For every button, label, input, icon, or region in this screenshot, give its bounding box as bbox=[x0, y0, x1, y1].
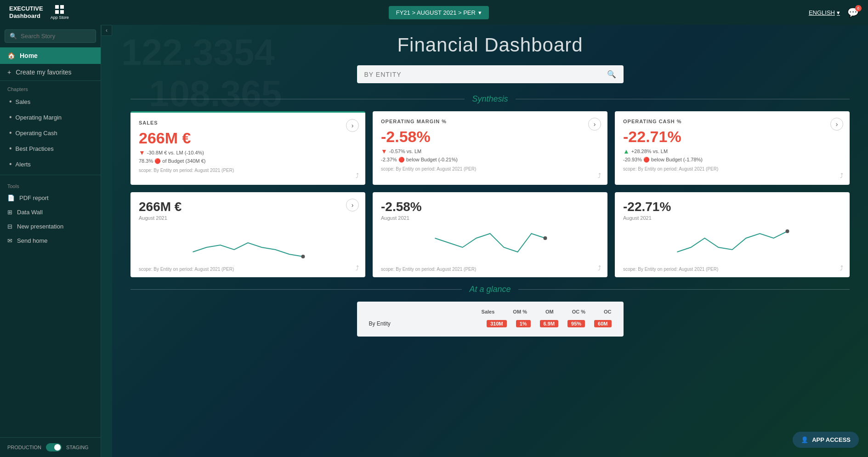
sidebar-item-operating-margin[interactable]: Operating Margin bbox=[0, 109, 101, 125]
card-share-button[interactable]: ⤴ bbox=[840, 172, 843, 179]
sidebar-item-label: Operating Margin bbox=[16, 114, 62, 121]
card-navigate-button[interactable]: › bbox=[830, 118, 843, 131]
language-selector[interactable]: ENGLISH ▾ bbox=[809, 9, 840, 16]
sidebar-divider bbox=[0, 175, 101, 175]
chart-navigate-button[interactable]: › bbox=[346, 199, 359, 211]
search-input[interactable] bbox=[21, 33, 91, 40]
environment-toggle[interactable] bbox=[46, 443, 62, 451]
synthesis-divider: Synthesis bbox=[130, 94, 850, 104]
chart-share-button[interactable]: ⤴ bbox=[598, 264, 601, 272]
chart-cards-row: 266M € August 2021 scope: By Entity on p… bbox=[130, 192, 850, 277]
logo-title: EXECUTIVE bbox=[9, 5, 43, 12]
entity-filter-input[interactable] bbox=[364, 71, 602, 78]
card-navigate-button[interactable]: › bbox=[588, 118, 601, 131]
card-sub1: ▲ +28.28% vs. LM bbox=[623, 148, 841, 155]
sidebar-footer: PRODUCTION STAGING bbox=[0, 437, 101, 457]
app-store-label: App Store bbox=[51, 15, 69, 20]
card-sub2: -20.93% 🔴 below Budget (-1.78%) bbox=[623, 157, 841, 163]
synthesis-label: Synthesis bbox=[472, 94, 508, 104]
tool-item-send-home[interactable]: ✉ Send home bbox=[0, 234, 101, 248]
card-scope: scope: By Entity on period: August 2021 … bbox=[381, 166, 599, 171]
card-label: SALES bbox=[139, 120, 357, 126]
toggle-thumb bbox=[54, 444, 61, 451]
tools-section-label: Tools bbox=[0, 178, 101, 191]
sidebar-item-alerts[interactable]: Alerts bbox=[0, 156, 101, 172]
card-value: -2.58% bbox=[381, 128, 599, 146]
main-content: Financial Dashboard 🔍 Synthesis SALES 26… bbox=[112, 25, 868, 357]
col-oc: OC bbox=[604, 309, 612, 314]
period-selector[interactable]: FY21 > AUGUST 2021 > PER ▾ bbox=[389, 6, 489, 19]
data-wall-icon: ⊞ bbox=[7, 209, 12, 216]
sidebar-item-sales[interactable]: Sales bbox=[0, 94, 101, 109]
app-store-button[interactable]: App Store bbox=[51, 5, 69, 20]
app-store-grid-icon bbox=[55, 5, 64, 14]
sales-sparkline bbox=[139, 224, 357, 261]
filter-bar: 🔍 bbox=[130, 65, 850, 83]
search-box[interactable]: 🔍 bbox=[5, 29, 96, 43]
sidebar-item-best-practices[interactable]: Best Practices bbox=[0, 141, 101, 156]
chart-share-button[interactable]: ⤴ bbox=[356, 264, 359, 272]
operating-cash-chart-card: -22.71% August 2021 scope: By Entity on … bbox=[615, 192, 850, 277]
sidebar-item-operating-cash[interactable]: Operating Cash bbox=[0, 125, 101, 141]
table-header: Sales OM % OM OC % OC bbox=[364, 309, 616, 314]
chevron-down-icon: ▾ bbox=[478, 9, 482, 16]
svg-point-0 bbox=[301, 255, 305, 258]
card-label: OPERATING CASH % bbox=[623, 119, 841, 124]
chart-value: 266M € bbox=[139, 200, 357, 214]
sidebar-item-create-favorites[interactable]: + Create my favorites bbox=[0, 64, 101, 81]
tool-label: Send home bbox=[17, 237, 48, 244]
kpi-cards-row: SALES 266M € ▼ -30.8M € vs. LM (-10.4%) … bbox=[130, 111, 850, 185]
arrow-down-icon: ▼ bbox=[139, 149, 145, 156]
notifications-button[interactable]: 💬 6 bbox=[847, 7, 859, 18]
app-access-button[interactable]: 👤 APP ACCESS bbox=[793, 432, 859, 448]
logo: EXECUTIVE Dashboard bbox=[9, 5, 43, 19]
tool-item-data-wall[interactable]: ⊞ Data Wall bbox=[0, 205, 101, 219]
home-icon: 🏠 bbox=[7, 52, 15, 59]
tool-item-pdf-report[interactable]: 📄 PDF report bbox=[0, 191, 101, 205]
card-sub1: ▼ -30.8M € vs. LM (-10.4%) bbox=[139, 149, 357, 156]
filter-input-wrap: 🔍 bbox=[357, 65, 624, 83]
at-glance-table-area: Sales OM % OM OC % OC By Entity 310M 1% … bbox=[130, 302, 850, 337]
col-entity bbox=[369, 309, 463, 314]
header-right: ENGLISH ▾ 💬 6 bbox=[809, 7, 859, 18]
chart-date: August 2021 bbox=[139, 215, 357, 221]
collapse-sidebar-button[interactable]: ‹ bbox=[101, 25, 112, 36]
badge-oc: 60M bbox=[594, 320, 611, 327]
card-navigate-button[interactable]: › bbox=[346, 119, 359, 132]
pdf-icon: 📄 bbox=[7, 194, 15, 201]
notification-badge: 6 bbox=[855, 5, 862, 11]
badge-om: 6.9M bbox=[540, 320, 558, 327]
card-share-button[interactable]: ⤴ bbox=[598, 172, 601, 179]
chapters-section-label: Chapters bbox=[0, 81, 101, 94]
card-value: 266M € bbox=[139, 129, 357, 147]
card-scope: scope: By Entity on period: August 2021 … bbox=[139, 168, 357, 173]
divider-line bbox=[516, 99, 850, 99]
col-oc-pct: OC % bbox=[572, 309, 585, 314]
card-sub2: -2.37% 🔴 below Budget (-0.21%) bbox=[381, 157, 599, 163]
send-icon: ✉ bbox=[7, 237, 12, 244]
col-om-pct: OM % bbox=[513, 309, 527, 314]
operating-margin-chart-card: -2.58% August 2021 scope: By Entity on p… bbox=[373, 192, 607, 277]
svg-point-2 bbox=[786, 229, 789, 233]
col-sales: Sales bbox=[482, 309, 495, 314]
user-icon: 👤 bbox=[801, 436, 808, 443]
search-icon: 🔍 bbox=[10, 33, 17, 40]
card-share-button[interactable]: ⤴ bbox=[356, 172, 359, 179]
sales-kpi-card: SALES 266M € ▼ -30.8M € vs. LM (-10.4%) … bbox=[130, 111, 365, 185]
tool-label: New presentation bbox=[17, 223, 63, 230]
card-value: -22.71% bbox=[623, 128, 841, 146]
sidebar: 🔍 🏠 Home + Create my favorites Chapters … bbox=[0, 25, 101, 457]
production-label: PRODUCTION bbox=[7, 445, 41, 450]
operating-cash-kpi-card: OPERATING CASH % -22.71% ▲ +28.28% vs. L… bbox=[615, 111, 850, 185]
col-om: OM bbox=[545, 309, 554, 314]
chart-share-button[interactable]: ⤴ bbox=[840, 264, 843, 272]
divider-line bbox=[130, 289, 462, 290]
main-content-area: 122.3354 108.365 Financial Dashboard 🔍 S… bbox=[112, 25, 868, 457]
divider-line bbox=[130, 99, 465, 99]
app-access-label: APP ACCESS bbox=[812, 436, 851, 443]
at-glance-table-card: Sales OM % OM OC % OC By Entity 310M 1% … bbox=[357, 302, 624, 337]
tool-item-new-presentation[interactable]: ⊟ New presentation bbox=[0, 219, 101, 234]
header-center: FY21 > AUGUST 2021 > PER ▾ bbox=[389, 6, 489, 19]
card-scope: scope: By Entity on period: August 2021 … bbox=[381, 267, 599, 272]
sidebar-item-home[interactable]: 🏠 Home bbox=[0, 47, 101, 64]
